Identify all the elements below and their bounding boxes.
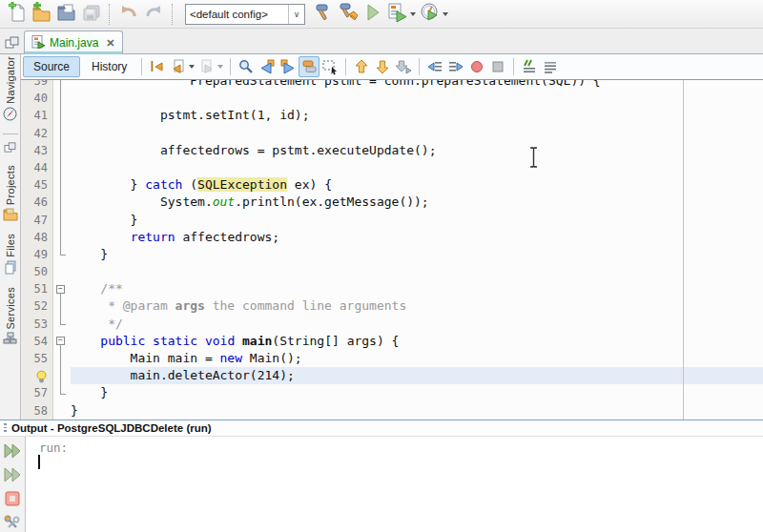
sidebar-item-files[interactable]: Files [4, 234, 17, 277]
shift-line-left-button[interactable] [424, 56, 445, 77]
chevron-down-icon: ∨ [288, 5, 304, 24]
forward-button[interactable] [196, 56, 225, 77]
rerun-with-different-parameters-button[interactable] [3, 465, 22, 484]
sidebar-item-projects[interactable]: Projects [3, 165, 18, 224]
code-line-58[interactable]: } [21, 402, 763, 419]
toolbar-separator [419, 58, 420, 75]
toolbar-separator [230, 58, 231, 75]
code-line-52[interactable]: * @param args the command line arguments [21, 297, 763, 315]
code-line-41[interactable]: pstmt.setInt(1, id); [21, 107, 763, 124]
toggle-rectangular-selection-button[interactable] [320, 56, 340, 77]
code-line-47[interactable]: } [21, 212, 763, 229]
sidebar-item-services[interactable]: Services [3, 287, 17, 348]
fold-guide-corner [60, 394, 66, 395]
source-view-button[interactable]: Source [23, 56, 80, 77]
output-panel: Output - PostgreSQLJDBCDelete (run) run: [0, 419, 763, 532]
next-bookmark-button[interactable] [372, 56, 393, 77]
find-selection-button[interactable] [236, 56, 257, 77]
previous-bookmark-button[interactable] [351, 56, 372, 77]
output-header[interactable]: Output - PostgreSQLJDBCDelete (run) [0, 419, 763, 437]
output-toolbar [0, 437, 26, 532]
code-scroll-area: 39404142434445464748495051525354555758 P… [21, 80, 763, 419]
navigator-compass-icon [3, 107, 17, 124]
new-project-icon [31, 2, 52, 26]
history-view-button[interactable]: History [82, 57, 136, 76]
save-all-button[interactable] [78, 2, 103, 27]
tab-close-icon[interactable]: ✕ [106, 37, 114, 50]
open-project-button[interactable] [53, 2, 78, 27]
tab-label: Main.java [50, 36, 98, 50]
window-dock-icon[interactable] [4, 142, 16, 155]
debug-project-button[interactable] [385, 2, 418, 27]
projects-folder-icon [3, 208, 18, 224]
new-project-button[interactable] [29, 2, 53, 27]
java-main-class-icon [31, 35, 45, 51]
toolbar-separator [172, 4, 174, 25]
tab-main-java[interactable]: Main.java ✕ [24, 31, 123, 54]
profile-project-button[interactable] [418, 2, 450, 27]
code-line-46[interactable]: System.out.println(ex.getMessage()); [21, 194, 763, 211]
code-line-39[interactable]: PreparedStatement pstmt = conn.prepareSt… [21, 80, 763, 90]
uncomment-button[interactable] [540, 56, 561, 77]
output-caret [38, 455, 40, 469]
toolbar-separator [513, 58, 514, 75]
editor-toolbar: Source History [21, 54, 763, 80]
chevron-down-icon [217, 65, 223, 69]
output-settings-icon[interactable] [3, 513, 22, 532]
start-macro-recording-button[interactable] [466, 56, 487, 77]
fold-collapse-javadoc[interactable]: − [56, 285, 65, 294]
fold-collapse-main-method[interactable]: − [56, 337, 65, 345]
stop-macro-recording-button[interactable] [487, 56, 508, 77]
code-line-57[interactable]: } [21, 384, 763, 401]
undo-button[interactable] [116, 2, 141, 27]
chevron-down-icon [443, 12, 448, 16]
last-edit-position-button[interactable] [147, 56, 168, 77]
clean-and-build-project-button[interactable] [336, 2, 361, 27]
code-line-44[interactable] [21, 159, 763, 176]
code-line-48[interactable]: return affectedrows; [21, 229, 763, 246]
run-project-button[interactable] [361, 2, 385, 27]
build-project-button[interactable] [311, 2, 336, 27]
code-line-43[interactable]: affectedrows = pstmt.executeUpdate(); [21, 142, 763, 159]
code-line-51[interactable]: /** [21, 280, 763, 297]
undo-icon [118, 2, 139, 26]
chevron-down-icon [189, 65, 195, 69]
drag-grip-icon[interactable] [4, 423, 7, 434]
code-line-50[interactable] [21, 263, 763, 280]
code-line-56[interactable]: main.deleteActor(214); [21, 367, 763, 384]
redo-button[interactable] [141, 2, 166, 27]
comment-button[interactable] [519, 56, 540, 77]
code-line-49[interactable]: } [21, 246, 763, 263]
sidebar-item-navigator[interactable]: Navigator [3, 56, 17, 124]
editor-tab-bar: Main.java ✕ [0, 29, 763, 54]
find-next-occurrence-button[interactable] [278, 56, 299, 77]
new-file-button[interactable] [4, 2, 29, 27]
files-icon [4, 260, 17, 277]
sidebar-item-label: Projects [5, 165, 16, 205]
shift-line-right-button[interactable] [445, 56, 466, 77]
toggle-highlight-search-button[interactable] [299, 56, 320, 77]
toolbar-separator [109, 4, 111, 25]
stop-button[interactable] [3, 489, 22, 508]
code-editor[interactable]: 39404142434445464748495051525354555758 P… [21, 80, 763, 419]
toolbar-separator [345, 58, 346, 75]
profile-clock-icon [420, 2, 441, 26]
code-line-40[interactable] [21, 90, 763, 107]
back-button[interactable] [168, 56, 196, 77]
config-combobox[interactable]: <default config> ∨ [185, 4, 305, 25]
fold-guide-corner [60, 255, 66, 256]
find-previous-occurrence-button[interactable] [257, 56, 278, 77]
code-line-55[interactable]: Main main = new Main(); [21, 350, 763, 367]
toggle-bookmark-button[interactable] [393, 56, 414, 77]
code-line-53[interactable]: */ [21, 316, 763, 333]
sidebar-item-label: Files [5, 234, 16, 257]
open-project-icon [55, 2, 76, 26]
output-console[interactable]: run: [26, 437, 763, 532]
code-line-42[interactable] [21, 125, 763, 142]
chevron-down-icon [410, 12, 416, 16]
window-dock-icon[interactable] [5, 36, 19, 51]
sidebar-item-label: Services [5, 287, 16, 330]
code-line-54[interactable]: public static void main(String[] args) { [21, 333, 763, 350]
code-line-45[interactable]: } catch (SQLException ex) { [21, 176, 763, 194]
rerun-button[interactable] [3, 441, 22, 460]
